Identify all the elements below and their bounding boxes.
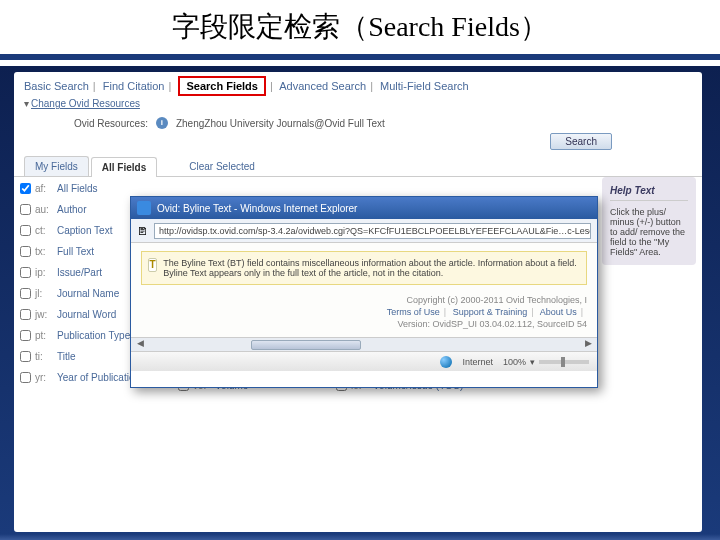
field-code: ip: (35, 267, 53, 278)
field-checkbox[interactable] (20, 204, 31, 215)
field-checkbox[interactable] (20, 183, 31, 194)
field-checkbox[interactable] (20, 330, 31, 341)
field-scope-tabs: My Fields All Fields Clear Selected (14, 156, 702, 177)
link-support[interactable]: Support & Training (453, 307, 528, 317)
popup-version: Version: OvidSP_UI 03.04.02.112, SourceI… (141, 319, 587, 329)
resources-label: Ovid Resources: (74, 118, 148, 129)
field-code: au: (35, 204, 53, 215)
field-code: yr: (35, 372, 53, 383)
popup-copyright: Copyright (c) 2000-2011 Ovid Technologie… (141, 295, 587, 305)
info-icon[interactable]: i (156, 117, 168, 129)
field-code: jw: (35, 309, 53, 320)
field-label[interactable]: Year of Publication (57, 372, 140, 383)
status-internet: Internet (462, 357, 493, 367)
tab-multi-field-search[interactable]: Multi-Field Search (380, 80, 469, 92)
field-checkbox[interactable] (20, 351, 31, 362)
slide-title-bar: 字段限定检索（Search Fields） (0, 0, 720, 60)
field-checkbox[interactable] (20, 372, 31, 383)
field-checkbox[interactable] (20, 225, 31, 236)
zoom-control[interactable]: 100% ▾ (503, 357, 589, 367)
tab-my-fields[interactable]: My Fields (24, 156, 89, 176)
popup-hscrollbar[interactable] (131, 337, 597, 351)
field-code: af: (35, 183, 53, 194)
tab-find-citation[interactable]: Find Citation (103, 80, 165, 92)
field-checkbox[interactable] (20, 309, 31, 320)
info-box: T The Byline Text (BT) field contains mi… (141, 251, 587, 285)
popup-address-bar: 🖹 http://ovidsp.tx.ovid.com/sp-3.4.2a/ov… (131, 219, 597, 243)
change-resources-link[interactable]: Change Ovid Resources (14, 96, 702, 111)
link-terms[interactable]: Terms of Use (387, 307, 440, 317)
tab-basic-search[interactable]: Basic Search (24, 80, 89, 92)
slide-title: 字段限定检索（Search Fields） (172, 8, 548, 46)
popup-footer-links: Terms of Use| Support & Training| About … (141, 307, 587, 317)
field-label[interactable]: Publication Type (57, 330, 130, 341)
field-checkbox[interactable] (20, 246, 31, 257)
help-panel: Help Text Click the plus/ minus (+/-) bu… (602, 177, 696, 265)
popup-body: T The Byline Text (BT) field contains mi… (131, 243, 597, 337)
scroll-thumb[interactable] (251, 340, 361, 350)
globe-icon (440, 356, 452, 368)
link-about[interactable]: About Us (540, 307, 577, 317)
field-label[interactable]: Author (57, 204, 86, 215)
field-row: af:All Fields (20, 183, 160, 194)
search-button[interactable]: Search (550, 133, 612, 150)
field-label[interactable]: Journal Word (57, 309, 116, 320)
tab-all-fields[interactable]: All Fields (91, 157, 157, 177)
popup-window-title: Ovid: Byline Text - Windows Internet Exp… (157, 203, 357, 214)
resources-row: Ovid Resources: i ZhengZhou University J… (14, 111, 702, 133)
tip-text: The Byline Text (BT) field contains misc… (163, 258, 580, 278)
field-checkbox[interactable] (20, 288, 31, 299)
field-code: jl: (35, 288, 53, 299)
field-label[interactable]: Journal Name (57, 288, 119, 299)
slide-bottom-bar (0, 534, 720, 540)
clear-selected-link[interactable]: Clear Selected (179, 157, 265, 176)
field-label[interactable]: Caption Text (57, 225, 112, 236)
help-title: Help Text (610, 185, 688, 201)
tab-search-fields[interactable]: Search Fields (178, 76, 266, 96)
field-code: pt: (35, 330, 53, 341)
field-checkbox[interactable] (20, 267, 31, 278)
field-code: ti: (35, 351, 53, 362)
ie-icon (137, 201, 151, 215)
page-icon: 🖹 (137, 225, 148, 237)
field-code: tx: (35, 246, 53, 257)
field-label[interactable]: Issue/Part (57, 267, 102, 278)
url-input[interactable]: http://ovidsp.tx.ovid.com/sp-3.4.2a/ovid… (154, 223, 591, 239)
help-body: Click the plus/ minus (+/-) button to ad… (610, 207, 688, 257)
resources-value: ZhengZhou University Journals@Ovid Full … (176, 118, 385, 129)
field-label[interactable]: Full Text (57, 246, 94, 257)
field-label[interactable]: All Fields (57, 183, 98, 194)
search-mode-tabs: Basic Search| Find Citation| Search Fiel… (14, 72, 702, 96)
field-code: ct: (35, 225, 53, 236)
tab-advanced-search[interactable]: Advanced Search (279, 80, 366, 92)
popup-status-bar: Internet 100% ▾ (131, 351, 597, 371)
popup-titlebar[interactable]: Ovid: Byline Text - Windows Internet Exp… (131, 197, 597, 219)
zoom-value: 100% (503, 357, 526, 367)
popup-window: Ovid: Byline Text - Windows Internet Exp… (130, 196, 598, 388)
zoom-slider[interactable] (539, 360, 589, 364)
field-label[interactable]: Title (57, 351, 76, 362)
tip-icon: T (148, 258, 157, 272)
